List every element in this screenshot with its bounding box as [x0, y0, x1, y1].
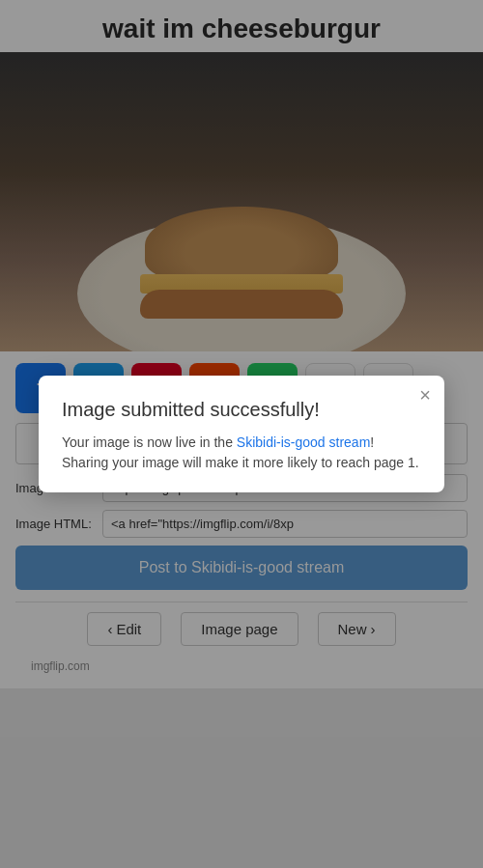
modal-close-button[interactable]: × — [419, 385, 431, 405]
modal-body-prefix: Your image is now live in the — [62, 434, 237, 450]
modal-overlay: × Image submitted successfully! Your ima… — [0, 0, 483, 868]
success-modal: × Image submitted successfully! Your ima… — [39, 376, 444, 492]
stream-link[interactable]: Skibidi-is-good stream — [237, 434, 371, 450]
modal-title: Image submitted successfully! — [62, 399, 421, 421]
modal-body: Your image is now live in the Skibidi-is… — [62, 433, 421, 473]
